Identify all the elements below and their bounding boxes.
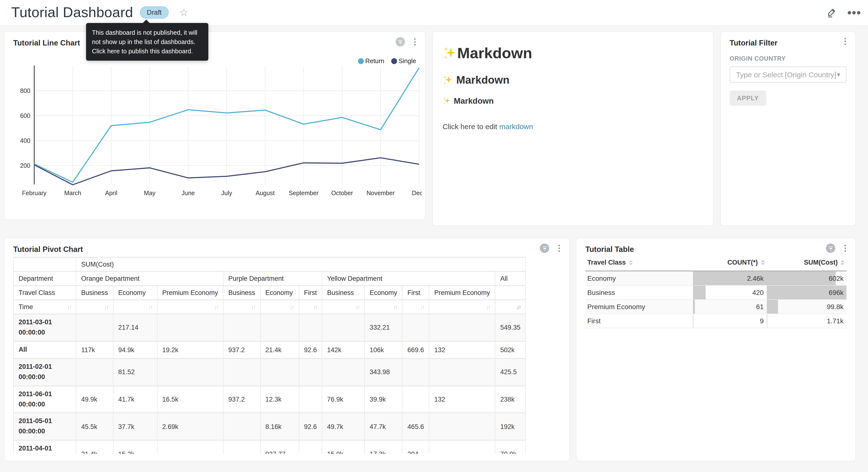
markdown-paragraph: Click here to edit markdown: [442, 122, 703, 130]
pivot-sort-header: ↓↑: [322, 300, 365, 314]
pivot-row: All117k94.9k19.2k937.221.4k92.6142k106k6…: [13, 342, 526, 358]
sort-both-icon[interactable]: ↓↑: [355, 303, 360, 311]
sort-both-icon[interactable]: ↓↑: [251, 303, 255, 311]
table-row: Premium Economy6199.8k: [585, 300, 846, 314]
sort-both-icon[interactable]: ↓↑: [148, 303, 152, 311]
kebab-menu-icon[interactable]: ⋮: [841, 37, 849, 46]
pivot-value-cell: [260, 358, 299, 386]
pivot-value-cell: 238k: [495, 386, 526, 413]
kebab-menu-icon[interactable]: ⋮: [411, 38, 419, 46]
pivot-panel-actions: ⋮: [540, 243, 563, 253]
pivot-row: 2011-05-01 00:00:0045.5k37.7k2.69k8.16k9…: [13, 413, 526, 440]
sort-both-icon[interactable]: ↓↑: [486, 303, 490, 311]
pivot-col-group: Purple Department: [223, 271, 322, 286]
markdown-panel[interactable]: Markdown Markdown Markdown Click here to…: [432, 31, 713, 226]
pivot-value-cell: 17.3k: [365, 440, 402, 454]
pivot-row: 2011-04-01 00:00:0021.4k15.2k927.7715.9k…: [13, 440, 526, 454]
pivot-value-cell: [260, 314, 299, 342]
line-chart-panel-actions: ⋮: [396, 37, 419, 47]
legend-label: Return: [365, 57, 384, 65]
pivot-value-cell: 217.14: [113, 314, 157, 342]
sort-descending-icon[interactable]: ↓↑: [517, 303, 521, 311]
pivot-value-cell: 41.7k: [113, 386, 157, 413]
pivot-row-label: 2011-03-01 00:00:00: [13, 314, 76, 342]
pivot-value-cell: [157, 314, 223, 342]
filter-controls: ORIGIN COUNTRY Type or Select [Origin Co…: [730, 55, 846, 106]
pivot-sort-header: ↓↑: [299, 300, 322, 314]
legend-label: Single: [399, 57, 416, 65]
screenshot-root: Tutorial Dashboard Draft ☆ ••• This dash…: [0, 0, 868, 472]
table-header-travel-class[interactable]: Travel Class: [585, 255, 693, 271]
pivot-value-cell: [322, 314, 365, 342]
tooltip-caret: [142, 20, 150, 24]
sort-both-icon[interactable]: ↓↑: [313, 303, 317, 311]
table-row: Economy2.46k602k: [585, 271, 846, 286]
pivot-value-cell: 142k: [322, 342, 365, 358]
apply-button[interactable]: APPLY: [730, 90, 766, 106]
svg-text:July: July: [221, 189, 232, 196]
page-title: Tutorial Dashboard: [11, 4, 133, 21]
pivot-sort-header: Time↓↑: [13, 300, 76, 314]
sort-both-icon[interactable]: ↓↑: [67, 303, 71, 311]
pivot-sort-header: ↓↑: [260, 300, 299, 314]
filter-indicator-icon[interactable]: [826, 243, 835, 253]
edit-pencil-icon: [827, 7, 837, 18]
sort-both-icon[interactable]: ↓↑: [104, 303, 108, 311]
filter-indicator-icon[interactable]: [540, 243, 549, 253]
pivot-value-cell: [223, 358, 260, 386]
draft-badge[interactable]: Draft: [140, 6, 168, 19]
pivot-row: 2011-03-01 00:00:00217.14332.21549.35: [13, 314, 526, 342]
favorite-star-icon[interactable]: ☆: [179, 7, 188, 18]
svg-text:May: May: [144, 189, 156, 196]
pivot-sub-column: Premium Economy: [157, 286, 223, 300]
kebab-menu-icon[interactable]: ⋮: [841, 244, 849, 253]
origin-country-label: ORIGIN COUNTRY: [730, 55, 846, 62]
pivot-value-cell: 425.5: [495, 358, 526, 386]
pivot-row-label: 2011-05-01 00:00:00: [13, 413, 76, 440]
pivot-value-cell: 669.6: [402, 342, 429, 358]
sort-both-icon[interactable]: ↓↑: [420, 303, 424, 311]
pivot-row: 2011-06-01 00:00:0049.9k41.7k16.5k937.21…: [13, 386, 526, 413]
sort-both-icon[interactable]: ↓↑: [214, 303, 218, 311]
pivot-sub-column: Business: [76, 286, 113, 300]
edit-dashboard-button[interactable]: [827, 7, 837, 18]
table-cell-label: Economy: [585, 271, 693, 286]
pivot-time-label: Time: [19, 303, 33, 311]
line-chart: 200400600800FebruaryMarchAprilMayJuneJul…: [11, 64, 422, 211]
pivot-chart-panel: Tutorial Pivot Chart ⋮ SUM(Cost)Departme…: [4, 238, 570, 461]
svg-text:March: March: [64, 189, 81, 196]
pivot-sort-header: ↓↑: [429, 300, 495, 314]
table-header-sum-cost-[interactable]: SUM(Cost): [767, 255, 846, 271]
pivot-value-cell: 117k: [76, 342, 113, 358]
legend-item-return[interactable]: Return: [358, 57, 384, 65]
table-header-count-[interactable]: COUNT(*): [693, 255, 767, 271]
legend-item-single[interactable]: Single: [391, 57, 416, 65]
pivot-value-cell: 47.7k: [365, 413, 402, 440]
svg-text:600: 600: [20, 112, 30, 119]
pivot-row-label: 2011-04-01 00:00:00: [13, 440, 76, 454]
sort-both-icon[interactable]: ↓↑: [290, 303, 293, 311]
kebab-menu-icon[interactable]: ⋮: [555, 244, 563, 253]
pivot-corner-cell: [13, 257, 76, 271]
pivot-metric-header: SUM(Cost): [76, 257, 526, 271]
header-actions: •••: [827, 7, 861, 18]
pivot-value-cell: [402, 358, 429, 386]
svg-text:April: April: [105, 189, 117, 196]
markdown-edit-link[interactable]: markdown: [499, 122, 533, 130]
pivot-table: SUM(Cost)DepartmentOrange DepartmentPurp…: [13, 257, 526, 454]
table-cell-value: 61: [693, 300, 767, 314]
pivot-value-cell: 15.2k: [113, 440, 157, 454]
pivot-value-cell: [299, 314, 322, 342]
pivot-value-cell: 106k: [365, 342, 402, 358]
pivot-value-cell: [223, 440, 260, 454]
svg-text:September: September: [289, 189, 319, 196]
legend-dot-icon: [391, 58, 397, 64]
pivot-value-cell: [299, 440, 322, 454]
more-menu-icon[interactable]: •••: [847, 10, 861, 15]
sort-both-icon[interactable]: ↓↑: [393, 303, 397, 311]
filter-indicator-icon[interactable]: [396, 37, 405, 47]
origin-country-select[interactable]: Type or Select [Origin Country] ▾: [730, 66, 846, 83]
pivot-value-cell: [402, 386, 429, 413]
pivot-value-cell: 502k: [495, 342, 526, 358]
pivot-value-cell: 81.52: [113, 358, 157, 386]
